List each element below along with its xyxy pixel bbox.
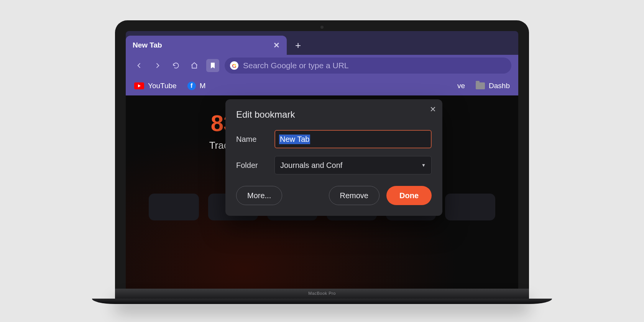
folder-label: Folder [236, 161, 274, 170]
bookmark-label: ve [457, 82, 465, 90]
bookmark-youtube[interactable]: YouTube [134, 82, 177, 90]
home-button[interactable] [188, 59, 201, 72]
close-icon[interactable]: ✕ [430, 105, 436, 114]
tile[interactable] [149, 194, 199, 220]
tile[interactable] [445, 194, 495, 220]
dialog-title: Edit bookmark [236, 109, 432, 120]
youtube-icon [134, 82, 144, 89]
bookmarks-bar: YouTube f M ve Dashb [126, 76, 518, 95]
bookmark-name-value: New Tab [279, 135, 310, 144]
device-label: MacBook Pro [308, 291, 336, 296]
edit-bookmark-dialog: ✕ Edit bookmark Name New Tab Folder Jour… [225, 99, 442, 216]
bookmark-label: M [200, 82, 206, 90]
tab-new-tab[interactable]: New Tab ✕ [126, 36, 287, 55]
screen: New Tab ✕ + [126, 31, 518, 289]
more-button[interactable]: More... [236, 186, 282, 205]
bookmark-label: Dashb [489, 82, 510, 90]
close-tab-icon[interactable]: ✕ [273, 41, 280, 50]
bookmark-meta[interactable]: f M [187, 82, 206, 90]
remove-button[interactable]: Remove [329, 186, 380, 205]
bookmark-name-input[interactable]: New Tab [274, 130, 432, 148]
bookmark-drive[interactable]: ve [457, 82, 465, 90]
tab-title: New Tab [133, 41, 162, 49]
bookmark-folder-select[interactable]: Journals and Conf ▼ [274, 156, 432, 174]
tab-strip: New Tab ✕ + [126, 31, 518, 55]
omnibox-placeholder: Search Google or type a URL [243, 61, 348, 70]
back-button[interactable] [133, 59, 146, 72]
laptop-base: MacBook Pro [115, 289, 529, 302]
reload-button[interactable] [169, 59, 182, 72]
chevron-down-icon: ▼ [421, 163, 426, 168]
forward-button[interactable] [151, 59, 164, 72]
toolbar: G Search Google or type a URL [126, 55, 518, 76]
google-icon: G [230, 61, 238, 70]
omnibox[interactable]: G Search Google or type a URL [225, 58, 511, 74]
folder-value: Journals and Conf [280, 161, 342, 170]
new-tab-button[interactable]: + [287, 36, 309, 55]
camera-dot [320, 26, 324, 29]
bookmark-label: YouTube [148, 82, 177, 90]
name-label: Name [236, 135, 274, 144]
facebook-icon: f [187, 82, 196, 90]
folder-icon [476, 82, 485, 89]
done-button[interactable]: Done [386, 186, 432, 205]
bookmark-dashboard[interactable]: Dashb [476, 82, 510, 90]
bookmark-button[interactable] [206, 59, 219, 72]
